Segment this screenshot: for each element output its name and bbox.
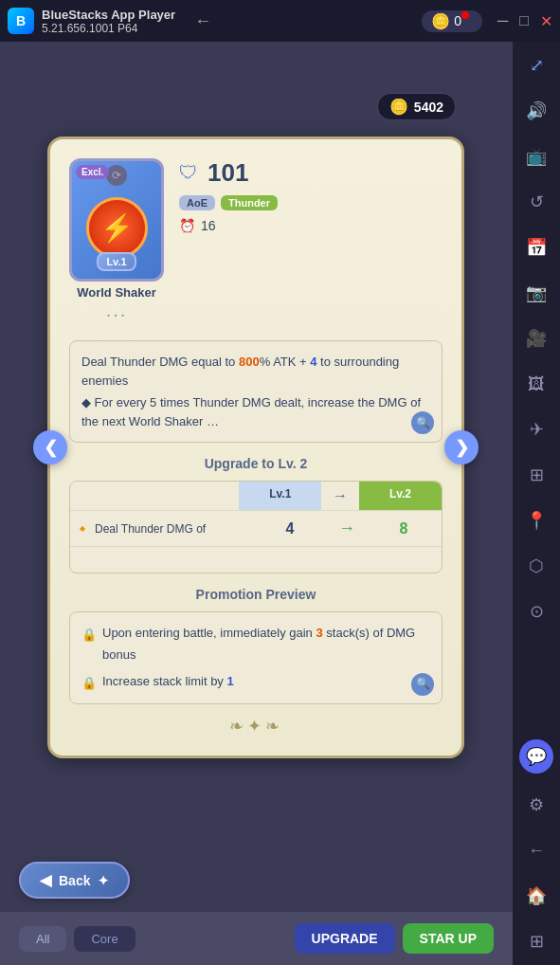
card-decoration: ❧✦❧ bbox=[69, 716, 443, 737]
col-label bbox=[70, 482, 239, 510]
sidebar-display-icon[interactable]: 📺 bbox=[522, 142, 551, 171]
back-label: Back bbox=[59, 873, 90, 888]
sidebar-sound-icon[interactable]: 🔊 bbox=[522, 97, 551, 125]
promo-lock-icon-2: 🔒 bbox=[81, 672, 97, 694]
gold-icon: 🪙 bbox=[389, 98, 408, 116]
skill-name: World Shaker bbox=[77, 285, 156, 300]
skill-icon-frame: ⟳ Excl. ⚡ Lv.1 bbox=[69, 158, 164, 282]
clock-icon: ⏰ bbox=[179, 218, 195, 233]
nav-back-btn[interactable]: ← bbox=[194, 11, 211, 31]
desc-main: Deal Thunder DMG equal to 800% ATK + 4 t… bbox=[81, 353, 430, 390]
col-lv2: Lv.2 bbox=[359, 482, 442, 510]
description-expand-button[interactable]: 🔍 bbox=[411, 411, 434, 434]
promo-text-2: Increase stack limit by 1 bbox=[102, 670, 430, 692]
skill-card: ❮ ❯ ⟳ Excl. ⚡ Lv.1 World Shaker bbox=[47, 137, 464, 758]
back-button[interactable]: ◀ Back ✦ bbox=[19, 862, 130, 899]
skill-number: 101 bbox=[208, 158, 248, 188]
maximize-btn[interactable]: □ bbox=[519, 12, 529, 30]
coin-display: 🪙 0 bbox=[422, 10, 482, 32]
desc-highlight-800: 800 bbox=[239, 355, 260, 369]
promotion-box: 🔒 Upon entering battle, immediately gain… bbox=[69, 611, 443, 704]
skill-tags: AoE Thunder bbox=[179, 195, 443, 210]
promotion-expand-button[interactable]: 🔍 bbox=[411, 673, 434, 696]
skill-description-box: Deal Thunder DMG equal to 800% ATK + 4 t… bbox=[69, 340, 443, 443]
sidebar-resize-icon[interactable]: ⊞ bbox=[522, 461, 551, 489]
upgrade-empty-row bbox=[70, 546, 442, 573]
tag-thunder: Thunder bbox=[221, 195, 278, 210]
window-controls: ─ □ ✕ bbox=[497, 12, 552, 30]
sidebar-video-icon[interactable]: 🎥 bbox=[522, 324, 551, 353]
sidebar-plane-icon[interactable]: ✈ bbox=[522, 415, 551, 444]
promo-text-1: Upon entering battle, immediately gain 3… bbox=[102, 622, 430, 666]
app-logo: B bbox=[8, 8, 34, 34]
shield-icon: 🛡 bbox=[179, 162, 198, 184]
right-arrow-icon: ❯ bbox=[455, 437, 469, 458]
promo-highlight-3: 3 bbox=[316, 626, 322, 640]
tab-all[interactable]: All bbox=[19, 926, 66, 952]
discord-button[interactable]: 💬 bbox=[519, 739, 553, 774]
prev-skill-button[interactable]: ❮ bbox=[33, 430, 67, 464]
tab-core[interactable]: Core bbox=[74, 926, 135, 952]
sidebar-back-icon[interactable]: ← bbox=[522, 836, 551, 865]
left-arrow-icon: ❮ bbox=[44, 437, 58, 458]
sidebar-location-icon[interactable]: 📍 bbox=[522, 506, 551, 535]
excl-badge: Excl. bbox=[76, 165, 109, 179]
skill-image: ⚡ bbox=[86, 197, 148, 259]
bottom-actions: UPGRADE STAR UP bbox=[295, 923, 494, 954]
main-area: 🪙 5402 ❮ ❯ ⟳ Excl. ⚡ bbox=[0, 42, 513, 965]
skill-dots: ··· bbox=[106, 303, 128, 325]
skill-info: 🛡 101 AoE Thunder ⏰ 16 bbox=[179, 158, 443, 325]
desc-highlight-4: 4 bbox=[310, 355, 316, 369]
row-label: Deal Thunder DMG of bbox=[89, 522, 252, 536]
col-arrow: → bbox=[321, 482, 359, 510]
app-title: BlueStacks App Player bbox=[42, 8, 175, 22]
skill-cooldown: 16 bbox=[201, 218, 216, 233]
coin-value: 0 bbox=[454, 13, 461, 28]
title-bar: B BlueStacks App Player 5.21.656.1001 P6… bbox=[0, 0, 560, 42]
sidebar-screenshot-icon[interactable]: 📷 bbox=[522, 279, 551, 307]
sidebar-calendar-icon[interactable]: 📅 bbox=[522, 233, 551, 262]
upgrade-table-header: Lv.1 → Lv.2 bbox=[70, 482, 442, 510]
sidebar-fullscreen-icon[interactable]: ⤢ bbox=[522, 51, 551, 80]
coin-icon: 🪙 bbox=[431, 12, 450, 30]
sidebar-rotate-icon[interactable]: ↺ bbox=[522, 188, 551, 216]
upgrade-button[interactable]: UPGRADE bbox=[295, 923, 395, 954]
promotion-header: Promotion Preview bbox=[69, 587, 443, 602]
tag-aoe: AoE bbox=[179, 195, 215, 210]
promo-lock-icon-1: 🔒 bbox=[81, 624, 97, 646]
notification-dot bbox=[461, 11, 469, 19]
app-version: 5.21.656.1001 P64 bbox=[42, 22, 175, 35]
card-top-section: ⟳ Excl. ⚡ Lv.1 World Shaker ··· 🛡 101 bbox=[69, 158, 443, 325]
back-sparkle-icon: ✦ bbox=[98, 873, 109, 888]
skill-number-row: 🛡 101 bbox=[179, 158, 443, 188]
sidebar-apps-icon[interactable]: ⊞ bbox=[522, 927, 551, 956]
c-badge: ⟳ bbox=[106, 165, 127, 186]
sidebar-image-icon[interactable]: 🖼 bbox=[522, 370, 551, 398]
skill-icon-wrapper: ⟳ Excl. ⚡ Lv.1 World Shaker ··· bbox=[69, 158, 164, 325]
back-arrow-icon: ◀ bbox=[40, 871, 51, 889]
gold-value: 5402 bbox=[414, 100, 443, 115]
skill-cooldown-row: ⏰ 16 bbox=[179, 218, 443, 233]
sidebar-home-icon[interactable]: 🏠 bbox=[522, 882, 551, 910]
bottom-tabs: All Core bbox=[19, 926, 135, 952]
right-sidebar: ⤢ 🔊 📺 ↺ 📅 📷 🎥 🖼 ✈ ⊞ 📍 ⬡ ⊙ 💬 ⚙ ← 🏠 ⊞ bbox=[513, 42, 560, 965]
gold-counter: 🪙 5402 bbox=[377, 93, 456, 120]
sidebar-circle-icon[interactable]: ⊙ bbox=[522, 597, 551, 626]
star-up-button[interactable]: STAR UP bbox=[403, 923, 494, 954]
promo-row-1: 🔒 Upon entering battle, immediately gain… bbox=[81, 622, 430, 666]
promo-row-2: 🔒 Increase stack limit by 1 bbox=[81, 670, 430, 694]
row-arrow-icon: → bbox=[328, 519, 366, 538]
level-badge: Lv.1 bbox=[97, 252, 135, 271]
promo-highlight-1: 1 bbox=[227, 674, 234, 688]
next-skill-button[interactable]: ❯ bbox=[444, 430, 479, 464]
upgrade-row-dmg: ◆ Deal Thunder DMG of 4 → 8 bbox=[70, 510, 442, 546]
upgrade-table: Lv.1 → Lv.2 ◆ Deal Thunder DMG of 4 → 8 bbox=[69, 481, 443, 574]
upgrade-header: Upgrade to Lv. 2 bbox=[69, 456, 443, 471]
desc-sub: ◆ For every 5 times Thunder DMG dealt, i… bbox=[81, 393, 430, 430]
sidebar-gear-icon[interactable]: ⚙ bbox=[522, 791, 551, 819]
row-val1: 4 bbox=[252, 520, 328, 537]
minimize-btn[interactable]: ─ bbox=[497, 12, 508, 30]
row-dot-icon: ◆ bbox=[76, 524, 89, 533]
close-btn[interactable]: ✕ bbox=[540, 12, 552, 30]
sidebar-layers-icon[interactable]: ⬡ bbox=[522, 552, 551, 580]
